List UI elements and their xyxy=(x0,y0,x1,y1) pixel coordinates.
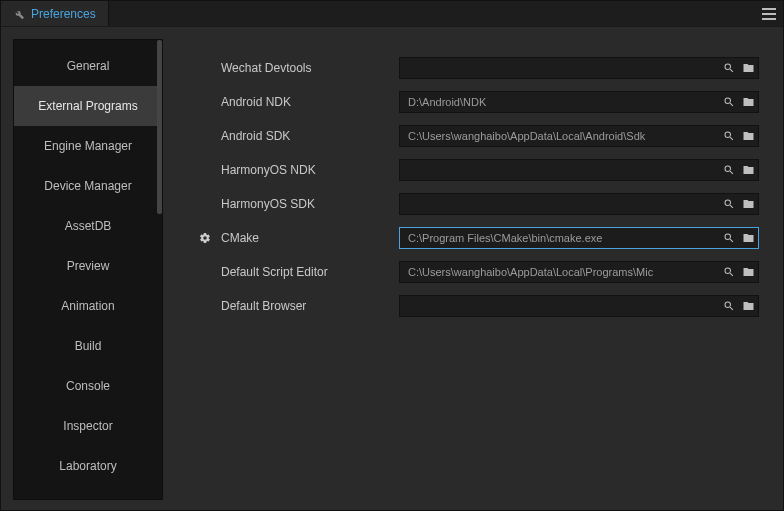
content-panel: Wechat DevtoolsAndroid NDKAndroid SDKHar… xyxy=(167,27,783,511)
sidebar-item-device-manager[interactable]: Device Manager xyxy=(14,166,162,206)
folder-icon[interactable] xyxy=(741,129,755,143)
path-input[interactable] xyxy=(399,159,759,181)
field-wrap xyxy=(399,125,759,147)
form-row-default-browser: Default Browser xyxy=(197,289,759,323)
path-input[interactable] xyxy=(399,261,759,283)
titlebar: Preferences xyxy=(1,1,783,27)
menu-button[interactable] xyxy=(755,1,783,26)
sidebar-item-inspector[interactable]: Inspector xyxy=(14,406,162,446)
sidebar-item-laboratory[interactable]: Laboratory xyxy=(14,446,162,486)
sidebar-item-engine-manager[interactable]: Engine Manager xyxy=(14,126,162,166)
sidebar-item-label: AssetDB xyxy=(65,219,112,233)
form-row-android-ndk: Android NDK xyxy=(197,85,759,119)
form-row-android-sdk: Android SDK xyxy=(197,119,759,153)
folder-icon[interactable] xyxy=(741,231,755,245)
field-wrap xyxy=(399,57,759,79)
form-row-cmake: CMake xyxy=(197,221,759,255)
search-icon[interactable] xyxy=(722,197,736,211)
search-icon[interactable] xyxy=(722,129,736,143)
field-wrap xyxy=(399,295,759,317)
gear-icon[interactable] xyxy=(197,232,213,244)
folder-icon[interactable] xyxy=(741,163,755,177)
field-label: HarmonyOS SDK xyxy=(221,197,391,211)
sidebar-wrap: GeneralExternal ProgramsEngine ManagerDe… xyxy=(1,27,167,511)
form-row-default-script-editor: Default Script Editor xyxy=(197,255,759,289)
sidebar-item-assetdb[interactable]: AssetDB xyxy=(14,206,162,246)
sidebar-item-label: General xyxy=(67,59,110,73)
field-wrap xyxy=(399,193,759,215)
field-label: Android NDK xyxy=(221,95,391,109)
field-label: CMake xyxy=(221,231,391,245)
sidebar-item-preview[interactable]: Preview xyxy=(14,246,162,286)
sidebar-item-external-programs[interactable]: External Programs xyxy=(14,86,162,126)
path-input[interactable] xyxy=(399,193,759,215)
search-icon[interactable] xyxy=(722,265,736,279)
sidebar-item-general[interactable]: General xyxy=(14,46,162,86)
sidebar-item-label: Device Manager xyxy=(44,179,131,193)
field-wrap xyxy=(399,227,759,249)
field-wrap xyxy=(399,261,759,283)
sidebar-item-label: Console xyxy=(66,379,110,393)
field-wrap xyxy=(399,91,759,113)
sidebar: GeneralExternal ProgramsEngine ManagerDe… xyxy=(13,39,163,500)
path-input[interactable] xyxy=(399,295,759,317)
search-icon[interactable] xyxy=(722,231,736,245)
folder-icon[interactable] xyxy=(741,197,755,211)
path-input[interactable] xyxy=(399,227,759,249)
folder-icon[interactable] xyxy=(741,95,755,109)
form-row-wechat-devtools: Wechat Devtools xyxy=(197,51,759,85)
sidebar-item-label: Preview xyxy=(67,259,110,273)
form-row-harmonyos-sdk: HarmonyOS SDK xyxy=(197,187,759,221)
folder-icon[interactable] xyxy=(741,265,755,279)
field-wrap xyxy=(399,159,759,181)
path-input[interactable] xyxy=(399,125,759,147)
form-row-harmonyos-ndk: HarmonyOS NDK xyxy=(197,153,759,187)
sidebar-item-label: Laboratory xyxy=(59,459,116,473)
path-input[interactable] xyxy=(399,91,759,113)
sidebar-item-label: Animation xyxy=(61,299,114,313)
field-label: Wechat Devtools xyxy=(221,61,391,75)
search-icon[interactable] xyxy=(722,299,736,313)
sidebar-item-label: Engine Manager xyxy=(44,139,132,153)
hamburger-icon xyxy=(762,8,776,20)
search-icon[interactable] xyxy=(722,95,736,109)
tab-title: Preferences xyxy=(31,7,96,21)
search-icon[interactable] xyxy=(722,163,736,177)
sidebar-item-console[interactable]: Console xyxy=(14,366,162,406)
tab-preferences[interactable]: Preferences xyxy=(1,1,109,26)
path-input[interactable] xyxy=(399,57,759,79)
sidebar-item-label: Build xyxy=(75,339,102,353)
folder-icon[interactable] xyxy=(741,299,755,313)
folder-icon[interactable] xyxy=(741,61,755,75)
sidebar-item-animation[interactable]: Animation xyxy=(14,286,162,326)
sidebar-scrollbar[interactable] xyxy=(157,40,162,214)
sidebar-item-build[interactable]: Build xyxy=(14,326,162,366)
main: GeneralExternal ProgramsEngine ManagerDe… xyxy=(1,27,783,511)
search-icon[interactable] xyxy=(722,61,736,75)
field-label: Default Browser xyxy=(221,299,391,313)
sidebar-item-label: Inspector xyxy=(63,419,112,433)
wrench-icon xyxy=(13,8,25,20)
field-label: Default Script Editor xyxy=(221,265,391,279)
field-label: Android SDK xyxy=(221,129,391,143)
field-label: HarmonyOS NDK xyxy=(221,163,391,177)
sidebar-item-label: External Programs xyxy=(38,99,137,113)
